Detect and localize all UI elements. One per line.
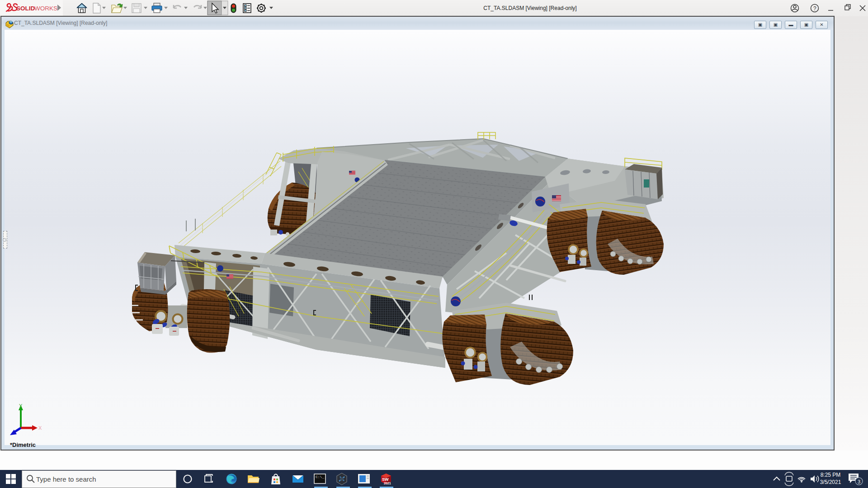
svg-text:C:\_: C:\_ <box>316 475 324 479</box>
svg-text:3: 3 <box>858 479 860 484</box>
svg-text:SW: SW <box>382 477 389 482</box>
svg-text:2021: 2021 <box>384 482 391 485</box>
svg-text:X: X <box>38 425 42 431</box>
svg-text:Y: Y <box>19 403 23 408</box>
